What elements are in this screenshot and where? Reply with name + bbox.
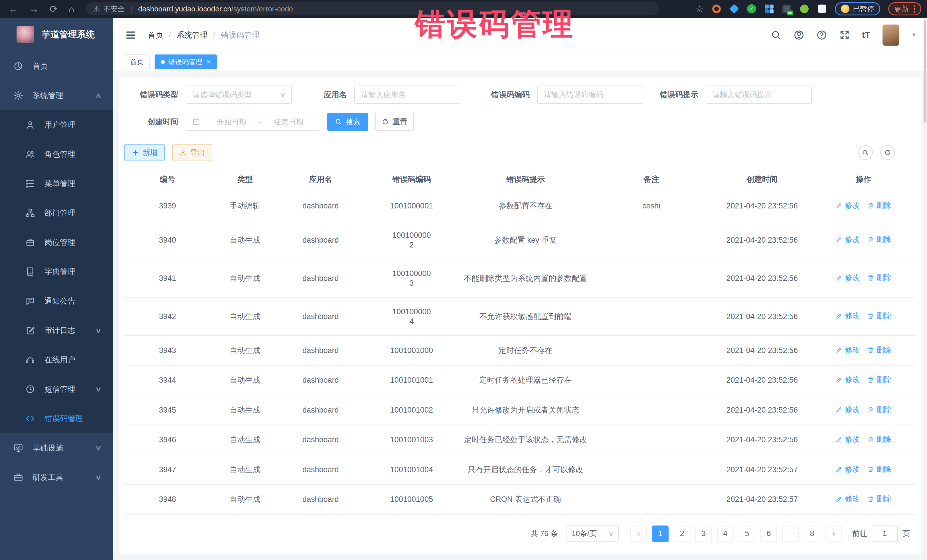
edit-link[interactable]: 修改 (836, 464, 860, 474)
delete-link[interactable]: 删除 (867, 434, 891, 444)
browser-home-icon[interactable]: ⌂ (69, 4, 75, 14)
page-button-3[interactable]: 3 (695, 525, 712, 542)
next-page-button[interactable]: › (825, 525, 842, 542)
close-icon[interactable]: × (207, 58, 211, 66)
page-button-4[interactable]: 4 (717, 525, 734, 542)
sidebar-item-审计日志[interactable]: 审计日志∨ (0, 316, 113, 345)
page-scrollbar[interactable] (924, 18, 926, 559)
sidebar-item-短信管理[interactable]: 短信管理∨ (0, 374, 113, 404)
edit-link[interactable]: 修改 (836, 345, 860, 355)
search-button[interactable]: 搜索 (327, 112, 368, 131)
extension-green-circle-icon[interactable] (799, 4, 809, 14)
sidebar-item-菜单管理[interactable]: 菜单管理 (0, 169, 113, 198)
notice-icon (25, 296, 35, 306)
prev-page-button[interactable]: ‹ (631, 525, 647, 542)
profile-paused-badge[interactable]: 已暂停 (835, 2, 880, 15)
delete-link[interactable]: 删除 (867, 375, 891, 384)
error-type-select[interactable]: 请选择错误码类型 ∨ (186, 85, 292, 104)
sidebar-logo-row[interactable]: 芋道管理系统 (0, 18, 113, 51)
sidebar-item-在线用户[interactable]: 在线用户 (0, 345, 113, 374)
extension-puzzle-icon[interactable] (817, 4, 827, 14)
edit-link[interactable]: 修改 (836, 273, 860, 282)
sidebar-item-label: 在线用户 (44, 355, 75, 365)
extension-green-check-icon[interactable]: ✓ (747, 4, 756, 14)
page-ellipsis[interactable]: ··· (782, 525, 799, 542)
refresh-table-button[interactable] (880, 145, 895, 160)
bookmark-star-icon[interactable]: ☆ (695, 3, 704, 14)
error-msg-input[interactable] (706, 85, 812, 104)
browser-update-button[interactable]: 更新 (888, 2, 921, 15)
sidebar-item-用户管理[interactable]: 用户管理 (0, 110, 113, 140)
sidebar-item-label: 首页 (32, 61, 48, 71)
action-label: 删除 (877, 234, 891, 244)
scrollbar-thumb[interactable] (924, 20, 926, 123)
app-name-input[interactable] (354, 85, 460, 104)
delete-link[interactable]: 删除 (867, 345, 891, 355)
sms-icon (25, 384, 35, 395)
extension-adblock-ring-icon[interactable] (712, 4, 721, 14)
delete-link[interactable]: 删除 (867, 494, 891, 504)
delete-link[interactable]: 删除 (867, 311, 891, 320)
edit-link[interactable]: 修改 (836, 434, 860, 444)
breadcrumb-item-系统管理[interactable]: 系统管理 (177, 30, 208, 40)
tag-错误码管理[interactable]: 错误码管理× (155, 55, 217, 69)
goto-page-input[interactable] (872, 525, 898, 542)
search-icon[interactable] (771, 30, 781, 41)
fullscreen-icon[interactable] (839, 30, 850, 41)
page-button-5[interactable]: 5 (739, 525, 755, 542)
sidebar-item-首页[interactable]: 首页 (0, 51, 113, 81)
extension-blue-grid-icon[interactable] (764, 4, 774, 14)
browser-back-icon[interactable]: ← (9, 4, 18, 14)
start-date-placeholder: 开始日期 (206, 117, 257, 127)
reset-button[interactable]: 重置 (375, 112, 414, 131)
edit-link[interactable]: 修改 (836, 234, 860, 244)
user-menu-caret-icon[interactable]: ▼ (911, 32, 917, 38)
delete-link[interactable]: 删除 (867, 234, 891, 244)
edit-link[interactable]: 修改 (836, 200, 860, 210)
edit-link[interactable]: 修改 (836, 494, 860, 504)
column-header-类型: 类型 (211, 168, 279, 191)
sidebar-item-角色管理[interactable]: 角色管理 (0, 140, 113, 169)
delete-link[interactable]: 删除 (867, 273, 891, 282)
code-icon (25, 413, 35, 424)
github-icon[interactable] (793, 30, 804, 41)
sidebar-item-研发工具[interactable]: 研发工具∨ (0, 463, 113, 492)
delete-link[interactable]: 删除 (867, 200, 891, 210)
export-button[interactable]: 导出 (172, 144, 212, 161)
cell-code: 1001001003 (362, 425, 462, 455)
delete-icon (867, 495, 874, 502)
help-icon[interactable] (816, 30, 827, 41)
sidebar-item-系统管理[interactable]: 系统管理∧ (0, 81, 113, 110)
sidebar-item-岗位管理[interactable]: 岗位管理 (0, 228, 113, 257)
date-range-picker[interactable]: 开始日期 - 结束日期 (186, 112, 320, 131)
sidebar-item-部门管理[interactable]: 部门管理 (0, 198, 113, 228)
breadcrumb-item-首页[interactable]: 首页 (148, 30, 163, 40)
sidebar-item-错误码管理[interactable]: 错误码管理 (0, 404, 113, 433)
edit-link[interactable]: 修改 (836, 311, 860, 320)
tag-首页[interactable]: 首页 (124, 55, 150, 69)
edit-link[interactable]: 修改 (836, 375, 860, 384)
page-size-select[interactable]: 10条/页 ∨ (566, 525, 619, 542)
sidebar-toggle-icon[interactable] (125, 30, 137, 40)
font-size-icon[interactable]: tT (862, 30, 871, 40)
sidebar-item-通知公告[interactable]: 通知公告 (0, 286, 113, 316)
browser-reload-icon[interactable]: ⟳ (50, 4, 58, 14)
sidebar-item-基础设施[interactable]: 基础设施∨ (0, 433, 113, 463)
delete-link[interactable]: 删除 (867, 464, 891, 474)
page-button-2[interactable]: 2 (674, 525, 690, 542)
page-button-1[interactable]: 1 (652, 525, 669, 542)
add-button[interactable]: 新增 (125, 144, 165, 161)
page-button-6[interactable]: 6 (760, 525, 777, 542)
extension-blue-gem-icon[interactable] (729, 4, 739, 14)
delete-link[interactable]: 删除 (867, 405, 891, 414)
error-code-input[interactable] (537, 85, 643, 104)
extension-tab-manager-icon[interactable]: on (782, 4, 792, 14)
show-search-button[interactable] (858, 145, 873, 160)
edit-link[interactable]: 修改 (836, 405, 860, 414)
page-button-8[interactable]: 8 (804, 525, 820, 542)
action-label: 修改 (845, 405, 860, 414)
browser-menu-icon[interactable] (913, 5, 915, 13)
browser-forward-icon[interactable]: → (29, 4, 39, 14)
sidebar-item-字典管理[interactable]: 字典管理 (0, 257, 113, 286)
user-avatar[interactable] (883, 24, 899, 46)
